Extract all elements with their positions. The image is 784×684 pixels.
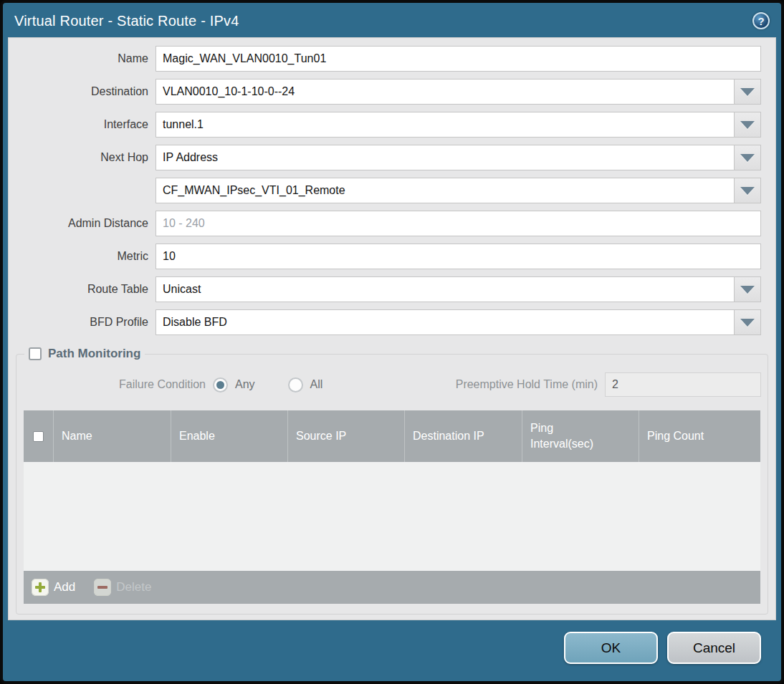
failure-condition-label: Failure Condition [23, 378, 213, 391]
form-row-route-table: Route Table [9, 276, 761, 302]
failure-condition-radio-any[interactable]: Any [213, 377, 255, 392]
add-button[interactable]: Add [32, 579, 75, 596]
select-all-checkbox-cell [24, 410, 54, 462]
form-row-next-hop-address [9, 178, 761, 203]
destination-input[interactable] [156, 79, 735, 105]
path-monitoring-table: Name Enable Source IP Destination IP Pin… [24, 410, 760, 604]
table-header-row: Name Enable Source IP Destination IP Pin… [24, 410, 760, 462]
form-row-name: Name [9, 46, 761, 72]
preemptive-hold-time-input[interactable] [605, 372, 761, 397]
bfd-profile-input[interactable] [156, 309, 735, 335]
preemptive-hold-time-label: Preemptive Hold Time (min) [456, 378, 605, 391]
path-monitoring-checkbox[interactable] [29, 347, 42, 360]
path-monitoring-section: Path Monitoring Failure Condition Any Al… [16, 347, 768, 615]
chevron-down-icon [740, 187, 755, 195]
destination-label: Destination [9, 85, 156, 98]
column-header-ping-interval[interactable]: Ping Interval(sec) [522, 410, 639, 462]
admin-distance-input[interactable] [156, 211, 761, 236]
form-row-next-hop: Next Hop [9, 145, 761, 170]
add-button-label: Add [54, 580, 75, 594]
form-row-destination: Destination [9, 79, 761, 105]
path-monitoring-title: Path Monitoring [48, 347, 140, 361]
radio-any-label: Any [235, 378, 255, 391]
ok-button[interactable]: OK [564, 632, 658, 664]
next-hop-type-dropdown-button[interactable] [735, 145, 761, 170]
chevron-down-icon [740, 88, 755, 96]
radio-all-icon[interactable] [288, 377, 303, 392]
delete-button-label: Delete [116, 580, 151, 594]
column-header-source-ip[interactable]: Source IP [288, 410, 405, 462]
dialog-footer: OK Cancel [3, 620, 781, 681]
form-row-metric: Metric [9, 244, 761, 269]
column-header-destination-ip[interactable]: Destination IP [405, 410, 522, 462]
help-icon[interactable]: ? [752, 12, 770, 29]
form-row-admin-distance: Admin Distance [9, 211, 761, 236]
form-row-bfd-profile: BFD Profile [9, 309, 761, 335]
failure-condition-radio-all[interactable]: All [288, 377, 323, 392]
column-header-enable[interactable]: Enable [171, 410, 288, 462]
next-hop-address-input[interactable] [156, 178, 735, 203]
name-label: Name [9, 52, 156, 65]
dialog-titlebar: Virtual Router - Static Route - IPv4 ? [3, 3, 781, 37]
cancel-button[interactable]: Cancel [667, 632, 761, 664]
interface-dropdown-button[interactable] [735, 112, 761, 138]
route-table-input[interactable] [156, 276, 735, 302]
chevron-down-icon [740, 319, 755, 327]
column-header-name[interactable]: Name [54, 410, 171, 462]
radio-any-icon[interactable] [213, 377, 228, 392]
route-table-label: Route Table [9, 283, 156, 296]
metric-input[interactable] [156, 244, 761, 269]
admin-distance-label: Admin Distance [9, 217, 156, 230]
route-table-dropdown-button[interactable] [735, 276, 761, 302]
metric-label: Metric [9, 250, 156, 263]
column-header-ping-count[interactable]: Ping Count [639, 410, 760, 462]
path-monitoring-legend: Path Monitoring [24, 347, 145, 361]
dialog-title: Virtual Router - Static Route - IPv4 [14, 13, 239, 29]
plus-icon [32, 579, 49, 596]
name-input[interactable] [156, 46, 761, 72]
minus-icon [94, 579, 111, 596]
chevron-down-icon [740, 154, 755, 162]
interface-label: Interface [9, 118, 156, 131]
chevron-down-icon [740, 286, 755, 294]
bfd-profile-dropdown-button[interactable] [735, 309, 761, 335]
table-body-empty [24, 462, 760, 571]
bfd-profile-label: BFD Profile [9, 316, 156, 329]
radio-all-label: All [310, 378, 323, 391]
destination-dropdown-button[interactable] [735, 79, 761, 105]
select-all-checkbox[interactable] [33, 431, 44, 442]
table-toolbar: Add Delete [24, 571, 760, 604]
interface-input[interactable] [156, 112, 735, 138]
chevron-down-icon [740, 121, 755, 129]
next-hop-label: Next Hop [9, 151, 156, 164]
next-hop-address-dropdown-button[interactable] [735, 178, 761, 203]
dialog-body: Name Destination Interface Next Hop [8, 37, 776, 620]
static-route-dialog: Virtual Router - Static Route - IPv4 ? N… [0, 0, 784, 684]
next-hop-type-input[interactable] [156, 145, 735, 170]
form-row-interface: Interface [9, 112, 761, 138]
failure-condition-row: Failure Condition Any All Preemptive Hol… [23, 372, 761, 397]
delete-button[interactable]: Delete [94, 579, 151, 596]
